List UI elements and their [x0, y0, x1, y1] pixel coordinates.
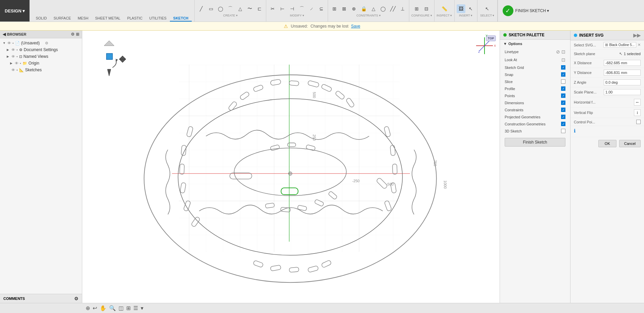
coincident-icon[interactable]: ⊕ [350, 4, 358, 13]
sketch-canvas[interactable]: 500 250 -250 -500 1000 750 [82, 31, 500, 303]
line-icon[interactable]: ╱ [197, 4, 205, 13]
insert-cursor-icon[interactable]: ↖ [466, 4, 475, 13]
tab-mesh[interactable]: MESH [74, 15, 92, 22]
modify-label[interactable]: MODIFY ▾ [290, 14, 304, 17]
tree-item-unsaved[interactable]: ▼ 👁 • 📄 (Unsaved) ⚙ [0, 40, 82, 46]
tab-sketch[interactable]: SKETCH [170, 15, 192, 22]
configure-icon-1[interactable]: ⊞ [412, 4, 421, 13]
inspect-label[interactable]: INSPECT ▾ [436, 14, 452, 17]
insert-svg-collapse-icon[interactable]: ▶▶ [633, 33, 641, 38]
palette-row-slice: Slice [500, 78, 570, 85]
linetype-icon-1[interactable]: ⊘ [556, 49, 560, 54]
measure-icon[interactable]: 📏 [440, 4, 449, 13]
vflip-icon-btn[interactable]: ↕ [634, 109, 641, 116]
triangle-icon[interactable]: △ [236, 4, 244, 13]
construction-checkbox[interactable]: ✓ [561, 122, 565, 126]
cancel-button[interactable]: Cancel [619, 140, 641, 147]
slice-checkbox[interactable] [561, 79, 565, 84]
ctrlpt-checkbox[interactable] [636, 120, 641, 124]
finish-sketch-button[interactable]: ✓ FINISH SKETCH ▾ [498, 0, 554, 22]
tab-plastic[interactable]: PLASTIC [124, 15, 146, 22]
profile-checkbox[interactable]: ✓ [561, 86, 565, 91]
offset-icon[interactable]: ⊆ [317, 4, 326, 13]
tangent-icon[interactable]: △ [369, 4, 378, 13]
view-cube[interactable]: TOP X Y Z [473, 34, 496, 57]
tree-item-origin[interactable]: ▶ 👁 • 📁 Origin [0, 60, 82, 67]
break-icon[interactable]: ⊣ [288, 4, 296, 13]
dimensions-checkbox[interactable]: ✓ [561, 101, 565, 105]
hflip-icon-btn[interactable]: ↔ [634, 99, 641, 106]
spline-icon[interactable]: 〜 [245, 4, 254, 13]
insert-svg-dot [574, 34, 577, 37]
tree-item-sketches[interactable]: 👁 • 📐 Sketches [0, 67, 82, 73]
bottom-icon-orbit[interactable]: ↩ [93, 305, 97, 311]
file-chip[interactable]: ⊞ Black Outline 5... [603, 42, 636, 48]
svg-text:Y: Y [486, 34, 488, 37]
browser-collapse-icon[interactable]: ◀ [3, 32, 6, 37]
tab-sheet-metal[interactable]: SHEET METAL [92, 15, 124, 22]
select-cursor-icon[interactable]: ↖ [483, 4, 492, 13]
vflip-label: Vertical Flip [574, 111, 593, 115]
horizontal-constraint-icon[interactable]: ⊞ [330, 4, 339, 13]
xdist-input[interactable] [604, 60, 641, 66]
constraints-label[interactable]: CONSTRAINTS ▾ [357, 14, 381, 17]
ok-button[interactable]: OK [598, 140, 616, 147]
circle-icon[interactable]: ◯ [216, 4, 225, 13]
zangle-input[interactable] [604, 79, 641, 85]
bottom-icon-pan[interactable]: ✋ [100, 305, 106, 311]
snap-checkbox[interactable]: ✓ [561, 72, 565, 77]
lookat-icon[interactable]: ⊡ [561, 57, 565, 63]
create-label[interactable]: CREATE ▾ [223, 14, 237, 17]
projected-checkbox[interactable]: ✓ [561, 115, 565, 119]
select-label[interactable]: SELECT ▾ [480, 14, 494, 17]
points-checkbox[interactable]: ✓ [561, 93, 565, 98]
bottom-expand-icon[interactable]: ▾ [141, 305, 143, 311]
bottom-icon-fit[interactable]: ◫ [119, 305, 124, 311]
palette-section-options[interactable]: ▼ Options [500, 40, 570, 48]
ydist-input[interactable] [604, 70, 641, 76]
options-section-label: Options [508, 42, 522, 46]
scale-input[interactable] [604, 89, 641, 95]
3dsketch-checkbox[interactable] [561, 129, 565, 133]
browser-settings-icon[interactable]: ⚙ [71, 32, 75, 37]
close-file-icon[interactable]: ✕ [638, 43, 641, 47]
extend-icon[interactable]: ⊢ [278, 4, 287, 13]
configure-icon-2[interactable]: ⊟ [422, 4, 431, 13]
bottom-icon-grid[interactable]: ⊞ [126, 305, 131, 311]
tree-item-doc-settings[interactable]: ▶ 👁 • ⚙ Document Settings [0, 46, 82, 53]
canvas-area[interactable]: TOP X Y Z [82, 31, 500, 303]
tree-item-named-views[interactable]: ▶ 👁 • ⊡ Named Views [0, 53, 82, 60]
vertical-constraint-icon[interactable]: ⊠ [340, 4, 349, 13]
tab-utilities[interactable]: UTILITIES [146, 15, 170, 22]
sketchgrid-checkbox[interactable]: ✓ [561, 65, 565, 70]
fillet-icon[interactable]: ⌒ [297, 4, 306, 13]
parallel-icon[interactable]: ╱╱ [388, 4, 397, 13]
toolbar-configure: ⊞ ⊟ CONFIGURE ▾ [409, 0, 434, 22]
arc-icon[interactable]: ⌒ [226, 4, 235, 13]
configure-label[interactable]: CONFIGURE ▾ [411, 14, 432, 17]
constraints-checkbox[interactable]: ✓ [561, 108, 565, 112]
chamfer-icon[interactable]: ⟋ [307, 4, 316, 13]
lock-icon[interactable]: 🔒 [359, 4, 368, 13]
comments-settings-icon[interactable]: ⚙ [74, 296, 79, 301]
browser-expand-icon[interactable]: ⊞ [76, 32, 79, 37]
design-button[interactable]: DESIGN ▾ [0, 0, 30, 22]
insert-image-icon[interactable]: 🖼 [457, 4, 465, 13]
tree-icon-unsaved: 📄 [15, 41, 20, 45]
equal-icon[interactable]: ◯ [379, 4, 387, 13]
bottom-icon-zoom[interactable]: 🔍 [109, 305, 116, 311]
perpendicular-icon[interactable]: ⊥ [398, 4, 407, 13]
bottom-icon-home[interactable]: ⊕ [86, 305, 90, 311]
linetype-icon-2[interactable]: ⊡ [561, 49, 565, 54]
save-link[interactable]: Save [351, 24, 360, 29]
insert-svg-panel: INSERT SVG ▶▶ Select SVG... ⊞ Black Outl… [570, 31, 644, 303]
insert-svg-ctrlpt-row: Control Poi... [570, 118, 644, 126]
insert-label[interactable]: INSERT ▾ [459, 14, 472, 17]
bottom-icon-more[interactable]: ☰ [133, 305, 138, 311]
trim-icon[interactable]: ✂ [268, 4, 277, 13]
tab-solid[interactable]: SOLID [32, 15, 50, 22]
finish-sketch-palette-button[interactable]: Finish Sketch [505, 138, 565, 147]
slot-icon[interactable]: ⊏ [255, 4, 264, 13]
rectangle-icon[interactable]: ▭ [206, 4, 215, 13]
tab-surface[interactable]: SURFACE [50, 15, 74, 22]
